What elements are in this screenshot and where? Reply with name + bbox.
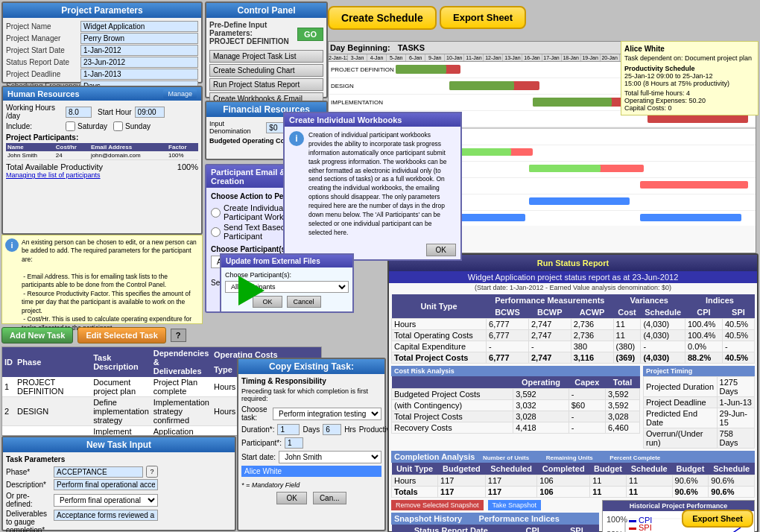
project-name-value: Widget Application <box>80 21 198 32</box>
ev1-sched: (4,030) <box>641 319 685 330</box>
comp-col-sched-pct: Schedule <box>709 463 755 475</box>
snapshot-table: Status Report Date CPI SPI 1-Jan-12 0.0%… <box>391 525 599 532</box>
comp-col-sched-rem: Schedule <box>626 463 672 475</box>
take-snapshot-button[interactable]: Take Snapshot <box>488 500 542 510</box>
predefined-select[interactable]: Perform final operational acceptance <box>54 494 158 507</box>
gantt-date-11: 16-Jan <box>522 54 542 61</box>
col-id: ID <box>2 347 15 377</box>
copy-ok-button[interactable]: OK <box>276 492 306 504</box>
hr-manage-button[interactable]: Manage <box>163 89 197 98</box>
status-date-label: Status Report Date <box>6 58 80 66</box>
ev-col-variances: Variances <box>613 294 685 306</box>
copy-cancel-button[interactable]: Can... <box>313 492 346 504</box>
start-date-select[interactable]: John Smith <box>279 451 381 463</box>
create-schedule-button[interactable]: Create Schedule <box>328 6 437 30</box>
comp2-completed: 106 <box>537 487 590 498</box>
add-new-task-button[interactable]: Add New Task <box>1 327 73 343</box>
ev1-cost: 11 <box>613 319 641 330</box>
p1-name: John Smith <box>6 151 54 160</box>
comp1-scheduled: 117 <box>485 475 536 487</box>
col-cpi: CPI <box>685 306 722 319</box>
gantt-date-5: 6-Jan <box>406 54 425 61</box>
alice-highlight[interactable]: Alice White <box>241 466 381 477</box>
ev2-bcwp: 2,747 <box>528 330 571 341</box>
tasks-label: TASKS <box>398 43 425 52</box>
workbooks-title: Create Individual Workbooks <box>285 113 460 127</box>
ev2-sched: (4,030) <box>641 330 685 341</box>
deliverables-input[interactable] <box>54 510 158 521</box>
cr1-label: Budgeted Project Costs <box>392 389 513 400</box>
gantt-date-2: 3-Jan <box>348 54 367 61</box>
comp2-sched-rem: 11 <box>626 487 672 498</box>
project-timing-title: Project Timing <box>643 366 755 376</box>
working-hours-input[interactable] <box>66 107 92 118</box>
cr-col-total: Total <box>606 376 640 389</box>
t1-deliverable: Project Plan complete <box>151 377 212 397</box>
preceding-label: Preceding task for which completion is f… <box>241 387 381 402</box>
participant-label: Participant*: <box>241 439 282 447</box>
deliverables-label: Deliverables to gauge completion* <box>6 510 51 532</box>
start-hour-input[interactable] <box>135 107 165 118</box>
control-panel: Control Panel Pre-Define Input Parameter… <box>205 1 328 98</box>
p1-factor: 100% <box>167 151 198 160</box>
days-suffix: Days <box>303 425 320 434</box>
col-name: Name <box>6 143 54 151</box>
saturday-checkbox[interactable] <box>66 121 75 131</box>
ext-cancel-button[interactable]: Cancel <box>287 296 321 308</box>
go-button[interactable]: GO <box>297 28 323 41</box>
p1-email: john@domain.com <box>89 151 167 160</box>
gantt-date-12: 17-Jan <box>542 54 562 61</box>
total-productivity-value: 100% <box>177 162 198 171</box>
cp-btn-create-chart[interactable]: Create Scheduling Chart <box>209 64 323 77</box>
col-email: Email Address <box>89 143 167 151</box>
hrs-input[interactable] <box>323 424 341 435</box>
participant-input[interactable] <box>285 437 303 449</box>
manage-list-link[interactable]: Managing the list of participants <box>6 171 198 179</box>
edit-selected-task-button[interactable]: Edit Selected Task <box>77 327 165 343</box>
ev2-cpi: 100.4% <box>685 330 722 341</box>
workbooks-description: Creation of individual participant workb… <box>308 131 456 238</box>
ev3-bcwp: - <box>528 341 571 352</box>
duration-input[interactable] <box>277 424 300 435</box>
participant-row-1[interactable]: John Smith 24 john@domain.com 100% <box>6 151 198 160</box>
export-sheet-bottom-button[interactable]: Export Sheet <box>682 510 753 528</box>
export-sheet-top-button[interactable]: Export Sheet <box>440 6 526 29</box>
project-name-label: Project Name <box>6 22 80 31</box>
comp2-type: Totals <box>392 487 438 498</box>
gantt-date-1: 2-Jan-12 <box>329 54 348 61</box>
status-report-title: Widget Application project status report… <box>389 271 757 283</box>
phase-help-button[interactable]: ? <box>146 466 158 478</box>
phase-input[interactable] <box>54 466 143 478</box>
participants-title: Project Participants: <box>6 133 198 142</box>
sunday-checkbox[interactable] <box>113 121 123 131</box>
comp2-scheduled: 117 <box>485 487 536 498</box>
gantt-date-15: 20-Jan <box>601 54 620 61</box>
help-button[interactable]: ? <box>171 329 186 342</box>
status-date-value: 23-Jun-2012 <box>80 57 198 68</box>
cp-btn-run-report[interactable]: Run Project Status Report <box>209 78 323 91</box>
project-manager-label: Project Manager <box>6 34 80 42</box>
t1-id: 1 <box>2 377 15 397</box>
svg-rect-16 <box>629 528 636 530</box>
send-email-radio[interactable] <box>211 227 221 237</box>
t2-label: Project Deadline <box>644 397 718 408</box>
comp1-budget-pct: 90.6% <box>672 475 709 487</box>
comp2-budget-pct: 90.6% <box>672 487 709 498</box>
comp-col-completed: Completed <box>537 463 590 475</box>
gantt-date-4: 5-Jan <box>387 54 406 61</box>
remove-snapshot-button[interactable]: Remove Selected Snapshot <box>391 500 484 510</box>
workbooks-ok-button[interactable]: OK <box>426 244 456 256</box>
ev-col-type: Unit Type <box>392 294 487 319</box>
snap-col-spi: SPI <box>554 525 598 532</box>
desc-input[interactable] <box>54 479 158 490</box>
comp1-budgeted: 117 <box>438 475 486 487</box>
ev1-type: Hours <box>392 319 487 330</box>
cp-btn-manage[interactable]: Manage Project Task List <box>209 50 323 63</box>
cr-col-capex: Capex <box>569 376 605 389</box>
create-workbooks-radio[interactable] <box>211 208 221 218</box>
ev4-acwp: 3,116 <box>571 352 613 364</box>
ev-row-1: Hours 6,777 2,747 2,736 11 (4,030) 100.4… <box>392 319 755 330</box>
comp2-budgeted: 117 <box>438 487 486 498</box>
choose-task-select[interactable]: Perform integration testing <box>273 408 381 420</box>
t3-type: Hours <box>212 426 238 437</box>
